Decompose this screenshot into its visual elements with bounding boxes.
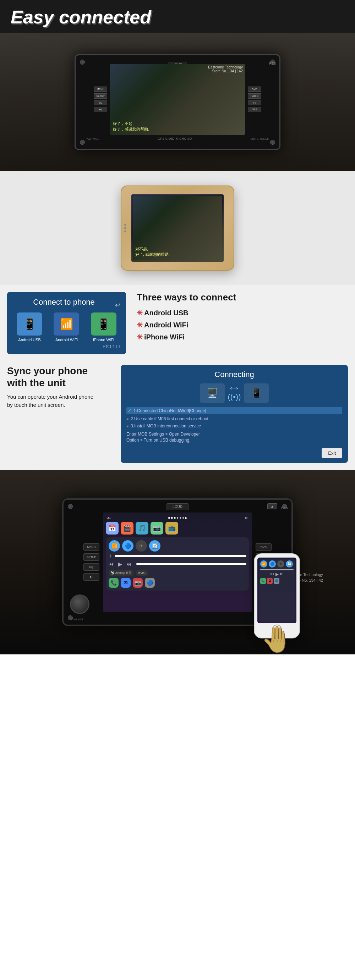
tv-button[interactable]: TV (248, 100, 261, 105)
bluetooth-toggle[interactable]: 🔵 (122, 540, 133, 552)
app-icon-1[interactable]: 📅 (106, 522, 118, 535)
dock-icon-1[interactable]: 📞 (109, 578, 118, 588)
wifi-signal-icon: ((•)) (227, 392, 241, 401)
gps-button[interactable]: GPS (248, 107, 261, 112)
bottom-prev-btn[interactable]: ►| (83, 573, 99, 581)
airdrop-box[interactable]: 📡 AirDrop 开关 (109, 570, 133, 576)
header-section: Easy connected (0, 0, 355, 33)
iphone-control-center-mini: 📶 🔵 ✈ 🔄 ⏮ ▶ ⏭ 📞 📱 (259, 559, 295, 622)
airdrop-icon: 📡 (111, 571, 114, 574)
iphone-cc-toggles: 📶 🔵 ✈ 🔄 (260, 560, 294, 568)
iphone-dock-mini: 📞 📱 🔵 (260, 578, 294, 584)
iphone-dock-1[interactable]: 📞 (260, 578, 266, 584)
iphone-dock-3[interactable]: 🔵 (274, 578, 279, 584)
iphone-wifi-item[interactable]: 📱 iPhone WiFi (91, 312, 117, 342)
iphone-playback: ⏮ ▶ ⏭ (260, 572, 294, 577)
connect-title: Connect to phone (13, 298, 115, 307)
page-title: Easy connected (11, 6, 151, 28)
dock-icon-2[interactable]: ✉ (121, 578, 131, 588)
connect-section: Connect to phone ↩ 📱 Android USB 📶 Andro… (0, 285, 355, 361)
next-track-icon[interactable]: ⏭ (126, 561, 131, 567)
bottom-left-buttons: MENU SETUP EQ ►| (83, 543, 99, 581)
screw-tl (80, 60, 85, 65)
dock-icon-4[interactable]: 🔵 (145, 578, 155, 588)
play-icon[interactable]: ▶ (118, 561, 122, 568)
iphone-prev-icon[interactable]: ⏮ (270, 572, 274, 577)
connecting-item-1: ✓ 1.Connected:ChinaNet-kWd9[Change] (126, 407, 342, 414)
iphone-brightness-bar[interactable] (260, 569, 294, 570)
sync-text-panel: Sync your phonewith the unit You can ope… (7, 365, 114, 409)
bottom-res-label: RES (281, 506, 288, 510)
itv-box[interactable]: ITVB1 (136, 570, 148, 576)
bottom-eq-btn[interactable]: EQ (83, 563, 99, 571)
iphone-wifi-text: iPhone WiFi (144, 333, 185, 341)
subtitle-line1: 对不起, (135, 247, 170, 252)
device-box-1: 🖥️ (200, 383, 225, 403)
bottom-menu-btn[interactable]: MENU (83, 543, 99, 551)
res-label: RES (269, 62, 276, 65)
iphone-wifi-btn[interactable]: 📶 (260, 560, 267, 568)
bottom-dvd-btn[interactable]: DVD (256, 543, 272, 551)
prev-track-icon[interactable]: ⏮ (109, 561, 114, 567)
app-icon-4[interactable]: 📷 (150, 522, 163, 535)
dock-icon-3[interactable]: 📷 (133, 578, 143, 588)
three-ways-item-3: ✳iPhone WiFi (137, 333, 344, 341)
sync-title: Sync your phonewith the unit (7, 365, 114, 389)
setup-button[interactable]: SETUP (94, 93, 107, 99)
airplane-toggle[interactable]: ✈ (136, 540, 147, 552)
app-icon-5[interactable]: 📺 (165, 522, 178, 535)
rotation-toggle[interactable]: 🔄 (149, 540, 160, 552)
android-usb-item[interactable]: 📱 Android USB (17, 312, 42, 342)
iphone-next-icon[interactable]: ⏭ (280, 572, 284, 577)
square-icon-1: ■ (126, 417, 128, 421)
head-unit: LOUD RES MENU SETUP EQ ►| 好了，不起 好了，感谢您的帮… (75, 54, 280, 150)
connecting-panel: Connecting 🖥️ ⟺ ((•)) 📱 ✓ 1.Connected:Ch… (121, 365, 348, 463)
ios-status-bar: 31 ■ ■ ■ ● ● ● ▶ ⊛ (106, 515, 249, 520)
android-usb-icon: 📱 (17, 312, 42, 336)
version-text: HT01.4.1.7 (13, 345, 120, 348)
sync-description: You can operate your Android phoneby tou… (7, 393, 114, 409)
screw-br (270, 140, 275, 145)
iphone-screen: 📶 🔵 ✈ 🔄 ⏮ ▶ ⏭ 📞 📱 (257, 558, 296, 623)
eq-button[interactable]: EQ (94, 100, 107, 105)
connecting-icons: 🖥️ ⟺ ((•)) 📱 (126, 383, 342, 403)
car-dashboard-section: LOUD RES MENU SETUP EQ ►| 好了，不起 好了，感谢您的帮… (0, 33, 355, 171)
brightness-slider[interactable] (115, 555, 246, 557)
iphone-plane-btn[interactable]: ✈ (277, 560, 285, 568)
android-wifi-text: Android WiFi (144, 321, 188, 329)
menu-button[interactable]: MENU (94, 86, 107, 92)
wifi-toggle[interactable]: 📶 (109, 540, 120, 552)
iphone-dock-2[interactable]: 📱 (267, 578, 273, 584)
volume-knob[interactable] (70, 595, 90, 614)
bottom-setup-btn[interactable]: SETUP (83, 553, 99, 561)
radio-button[interactable]: RADIO (248, 93, 261, 99)
iphone-with-hand: 📶 🔵 ✈ 🔄 ⏮ ▶ ⏭ 📞 📱 (254, 553, 300, 654)
connect-icons-row: 📱 Android USB 📶 Android WiFi 📱 iPhone Wi… (13, 312, 120, 342)
samsung-phone-section: SAMSUNG 对不起, 好了, 感谢您的帮助. (0, 171, 355, 285)
right-buttons: DVD RADIO TV GPS (248, 86, 261, 112)
asterisk-2: ✳ (137, 321, 143, 329)
connected-text: 1.Connected:ChinaNet-kWd9[Change] (133, 408, 206, 413)
exit-button[interactable]: Exit (321, 448, 342, 458)
three-ways-panel: Three ways to connect ✳Android USB ✳Andr… (133, 292, 348, 345)
left-buttons: MENU SETUP EQ ►| (94, 86, 107, 112)
store-watermark-car: Eastcome Technology (208, 65, 243, 69)
exit-button-wrapper: Exit (126, 446, 342, 458)
iphone-play-icon[interactable]: ▶ (275, 572, 279, 577)
dock-icons: 📞 ✉ 📷 🔵 (109, 578, 246, 588)
device-box-2: 📱 (244, 383, 269, 403)
bottom-car-section: LOUD ▲ RES MENU SETUP EQ ►| 31 ■ (0, 470, 355, 654)
app-icon-3[interactable]: 🎵 (136, 522, 149, 535)
itv-label: ITVB1 (138, 571, 146, 574)
airdrop-label: AirDrop 开关 (115, 571, 131, 575)
dvd-button[interactable]: DVD (248, 86, 261, 92)
app-icon-2[interactable]: 🎬 (121, 522, 133, 535)
video-display: 好了，不起 好了，感谢您的帮助. Eastcome Technology Sto… (110, 64, 245, 135)
iphone-rot-btn[interactable]: 🔄 (286, 560, 293, 568)
back-icon[interactable]: ↩ (115, 301, 120, 309)
prev-button[interactable]: ►| (94, 107, 107, 112)
connecting-note: Enter MOB Settings > Open DeveloperOptio… (126, 431, 342, 443)
android-wifi-item[interactable]: 📶 Android WiFi (54, 312, 79, 342)
eject-button[interactable]: ▲ (267, 503, 277, 509)
iphone-bt-btn[interactable]: 🔵 (269, 560, 276, 568)
